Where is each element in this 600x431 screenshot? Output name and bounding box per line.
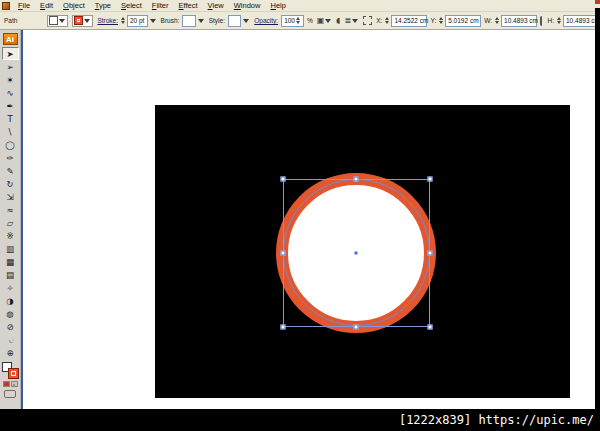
menu-effect[interactable]: Effect	[174, 0, 203, 11]
selection-handle-n[interactable]	[354, 177, 359, 182]
fill-stroke-indicator[interactable]	[1, 361, 19, 379]
selection-handle-nw[interactable]	[281, 177, 286, 182]
graph-tool[interactable]: ▥	[2, 242, 19, 255]
paintbrush-tool[interactable]: ✑	[2, 151, 19, 164]
w-stepper[interactable]	[495, 17, 499, 24]
selection-handle-ne[interactable]	[428, 177, 433, 182]
symbol-sprayer-tool[interactable]: ※	[2, 229, 19, 242]
h-stepper[interactable]	[557, 17, 561, 24]
w-field[interactable]: 10.4893 cm	[501, 15, 537, 27]
opacity-panel-link[interactable]: Opacity:	[254, 17, 278, 24]
selection-tool[interactable]: ➤	[2, 47, 19, 60]
stroke-swatch[interactable]	[8, 368, 19, 379]
direct-selection-tool[interactable]: ➢	[2, 60, 19, 73]
y-label: Y:	[430, 17, 436, 24]
transform-button[interactable]	[363, 16, 372, 25]
line-segment-tool[interactable]: \	[2, 125, 19, 138]
x-value: 14.2522 cm	[394, 17, 428, 24]
y-stepper[interactable]	[439, 17, 443, 24]
stroke-panel-link[interactable]: Stroke:	[97, 17, 118, 24]
constrain-proportions-icon[interactable]	[540, 16, 543, 26]
zoom-tool-icon: ⊕	[6, 347, 13, 359]
blend-tool-icon: ◑	[6, 295, 13, 307]
gradient-tool[interactable]: ▤	[2, 268, 19, 281]
stroke-weight-stepper[interactable]	[121, 17, 125, 24]
align-icon: ≣	[345, 16, 352, 26]
type-tool[interactable]: T	[2, 112, 19, 125]
stroke-weight-field[interactable]: 20 pt	[127, 15, 148, 27]
y-field[interactable]: 5.0192 cm	[445, 15, 481, 27]
mesh-tool[interactable]: ▦	[2, 255, 19, 268]
free-transform-tool-icon: ▱	[7, 217, 14, 229]
opacity-stepper[interactable]	[296, 17, 300, 24]
chevron-down-icon[interactable]	[198, 19, 204, 23]
opacity-field[interactable]: 100	[281, 15, 304, 27]
menu-select[interactable]: Select	[116, 0, 147, 11]
h-field[interactable]: 10.4893 cm	[563, 15, 599, 27]
fill-color-swatch	[49, 16, 58, 25]
menu-file[interactable]: File	[13, 0, 35, 11]
warp-tool[interactable]: ≈	[2, 203, 19, 216]
toolbox-palette: Ai ➤➢✶∿✒T\◯✑✎↻⇲≈▱※▥▦▤✧◑◍⊘☜⊕ x	[0, 30, 21, 409]
align-button[interactable]: ≣	[345, 16, 360, 26]
lasso-tool[interactable]: ∿	[2, 86, 19, 99]
chevron-down-icon	[325, 19, 331, 23]
control-bar: Path Stroke: 20 pt Brush: Style: Opacity…	[0, 12, 600, 30]
mesh-tool-icon: ▦	[6, 256, 14, 268]
menu-window[interactable]: Window	[229, 0, 266, 11]
line-segment-tool-icon: \	[9, 126, 12, 138]
screen-mode-button[interactable]	[4, 390, 16, 398]
recolor-artwork-button[interactable]: ◖	[336, 16, 340, 26]
chevron-down-icon[interactable]	[243, 19, 249, 23]
x-stepper[interactable]	[385, 17, 389, 24]
menu-items: FileEditObjectTypeSelectFilterEffectView…	[13, 0, 291, 11]
select-similar-icon: ▣	[317, 16, 325, 26]
selection-handle-se[interactable]	[428, 325, 433, 330]
menu-object[interactable]: Object	[58, 0, 90, 11]
blend-tool[interactable]: ◑	[2, 294, 19, 307]
rotate-tool[interactable]: ↻	[2, 177, 19, 190]
eyedropper-tool[interactable]: ✧	[2, 281, 19, 294]
slice-tool[interactable]: ⊘	[2, 320, 19, 333]
transform-icon	[363, 16, 372, 25]
selection-handle-e[interactable]	[428, 251, 433, 256]
document-window-border	[21, 30, 23, 409]
stroke-color-dropdown[interactable]	[72, 15, 93, 27]
brush-dropdown[interactable]	[182, 15, 195, 27]
opacity-unit-label: %	[307, 17, 313, 24]
pen-tool-icon: ✒	[6, 100, 13, 112]
menu-bar: FileEditObjectTypeSelectFilterEffectView…	[0, 0, 600, 12]
chevron-down-icon	[352, 19, 358, 23]
menu-filter[interactable]: Filter	[147, 0, 174, 11]
stroke-weight-value: 20 pt	[130, 17, 144, 24]
scale-tool[interactable]: ⇲	[2, 190, 19, 203]
zoom-tool[interactable]: ⊕	[2, 346, 19, 359]
menu-help[interactable]: Help	[265, 0, 290, 11]
menu-edit[interactable]: Edit	[35, 0, 58, 11]
selection-handle-w[interactable]	[281, 251, 286, 256]
type-tool-icon: T	[7, 113, 12, 125]
none-mode-button[interactable]: x	[11, 381, 18, 387]
menu-view[interactable]: View	[203, 0, 229, 11]
magic-wand-tool[interactable]: ✶	[2, 73, 19, 86]
selection-handle-s[interactable]	[354, 325, 359, 330]
free-transform-tool[interactable]: ▱	[2, 216, 19, 229]
pen-tool[interactable]: ✒	[2, 99, 19, 112]
x-field[interactable]: 14.2522 cm	[391, 15, 427, 27]
pencil-tool[interactable]: ✎	[2, 164, 19, 177]
ellipse-tool[interactable]: ◯	[2, 138, 19, 151]
fill-color-dropdown[interactable]	[47, 15, 68, 27]
color-mode-button[interactable]	[3, 381, 10, 387]
live-paint-bucket-tool[interactable]: ◍	[2, 307, 19, 320]
close-button-fragment[interactable]	[595, 0, 600, 4]
opacity-value: 100	[284, 17, 295, 24]
x-label: X:	[376, 17, 382, 24]
select-similar-button[interactable]: ▣	[317, 16, 333, 26]
hand-tool[interactable]: ☜	[2, 333, 19, 346]
chevron-down-icon[interactable]	[150, 19, 156, 23]
menu-type[interactable]: Type	[90, 0, 116, 11]
window-edge-strip	[595, 8, 600, 409]
recolor-artwork-icon: ◖	[336, 16, 340, 26]
style-dropdown[interactable]	[228, 15, 241, 27]
selection-handle-sw[interactable]	[281, 325, 286, 330]
